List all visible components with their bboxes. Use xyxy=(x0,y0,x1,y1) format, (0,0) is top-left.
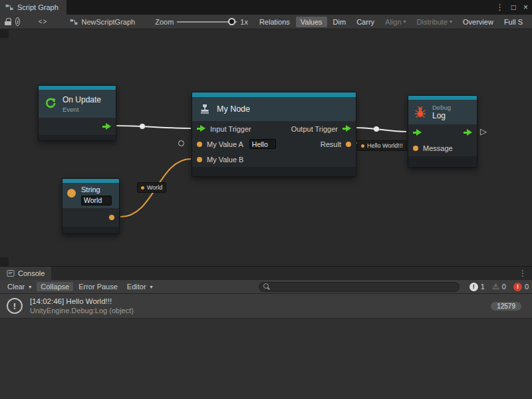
flow-wire-mynode-to-debuglog[interactable] xyxy=(356,128,406,132)
chevron-down-icon: ▾ xyxy=(150,284,153,290)
wire-dot xyxy=(374,126,379,132)
result-output-port[interactable] xyxy=(346,142,351,147)
node-body xyxy=(63,208,119,227)
trigger-output-port[interactable] xyxy=(464,129,472,136)
warning-icon xyxy=(492,283,499,291)
info-count-toggle[interactable]: 1 xyxy=(469,283,485,291)
graph-asset-icon xyxy=(70,18,78,26)
node-debug-log[interactable]: Debug Log Message xyxy=(408,95,477,168)
graph-toolbar: <> NewScriptGraph Zoom 1x Relations Valu… xyxy=(0,15,532,29)
port-label: Output Trigger xyxy=(291,125,338,133)
tab-console[interactable]: Console xyxy=(0,267,51,280)
relations-button[interactable]: Relations xyxy=(255,17,295,27)
string-value-input[interactable] xyxy=(81,196,112,205)
my-value-b-port[interactable] xyxy=(197,157,202,162)
window-menu-icon[interactable]: ⋮ xyxy=(496,3,504,12)
input-trigger-port[interactable] xyxy=(197,125,205,132)
zoom-slider-knob[interactable] xyxy=(228,18,235,25)
overview-button[interactable]: Overview xyxy=(458,17,498,27)
trigger-input-port[interactable] xyxy=(413,129,422,136)
message-input-port[interactable] xyxy=(413,146,418,151)
my-value-a-input[interactable] xyxy=(249,139,276,149)
flow-wire-onupdate-to-mynode[interactable] xyxy=(116,126,191,128)
warning-count: 0 xyxy=(502,283,506,291)
node-title: On Update xyxy=(63,95,101,104)
port-label: Input Trigger xyxy=(210,125,251,133)
distribute-button-label: Distribute xyxy=(417,18,448,26)
search-input[interactable] xyxy=(273,283,455,291)
string-output-port[interactable] xyxy=(109,215,114,220)
toolbar-buttons: Relations Values Dim Carry Align ▾ Distr… xyxy=(255,17,527,27)
node-header: On Update Event xyxy=(39,90,116,118)
node-body xyxy=(39,118,116,135)
error-count-toggle[interactable]: 0 xyxy=(513,283,529,291)
my-value-a-port[interactable] xyxy=(197,142,202,147)
maximize-icon[interactable]: □ xyxy=(511,3,516,12)
clear-button[interactable]: Clear ▾ xyxy=(3,282,35,291)
chevron-down-icon: ▾ xyxy=(450,19,452,25)
lock-icon[interactable] xyxy=(5,18,7,26)
unity-script-graph-window: Script Graph ⋮ □ × <> NewScriptGraph Zoo… xyxy=(0,0,532,399)
error-icon xyxy=(513,283,522,291)
zoom-slider[interactable] xyxy=(177,21,237,23)
tab-script-graph[interactable]: Script Graph xyxy=(0,0,66,15)
wire-dot xyxy=(140,124,145,129)
wire-value-text: World xyxy=(147,184,162,191)
log-stack-trace: UnityEngine.Debug:Log (object) xyxy=(30,307,134,315)
console-tab-bar: Console ⋮ xyxy=(0,267,532,280)
editor-button[interactable]: Editor ▾ xyxy=(123,282,157,291)
port-label: Result xyxy=(321,140,341,148)
collapse-button[interactable]: Collapse xyxy=(37,282,73,291)
carry-button[interactable]: Carry xyxy=(352,17,379,27)
string-value-dot xyxy=(141,186,144,190)
port-label: My Value B xyxy=(207,156,243,164)
zoom-control: Zoom 1x xyxy=(155,18,248,26)
info-icon[interactable] xyxy=(15,17,20,26)
output-trigger-port[interactable] xyxy=(342,125,351,132)
node-title: My Node xyxy=(217,104,250,114)
node-my-node[interactable]: My Node Input Trigger Output Trigger My … xyxy=(192,92,356,177)
node-footer xyxy=(63,227,119,233)
string-type-icon xyxy=(67,189,76,198)
console-search xyxy=(259,282,460,292)
string-value-dot xyxy=(361,144,364,148)
close-icon[interactable]: × xyxy=(523,3,528,12)
node-title: String xyxy=(81,186,112,194)
node-footer xyxy=(39,135,116,140)
dim-button[interactable]: Dim xyxy=(329,17,351,27)
info-count: 1 xyxy=(481,283,485,291)
error-pause-button[interactable]: Error Pause xyxy=(74,282,122,291)
script-graph-icon xyxy=(5,3,13,11)
unconnected-port-dot xyxy=(178,140,184,146)
unit-icon xyxy=(199,103,211,115)
wire-value-badge-world: World xyxy=(137,182,166,193)
console-icon xyxy=(7,269,15,277)
graph-canvas[interactable]: On Update Event String xyxy=(0,29,532,266)
console-log-list: [14:02:46] Hello World!!! UnityEngine.De… xyxy=(0,294,532,399)
port-row: My Value B xyxy=(192,152,356,167)
node-string[interactable]: String xyxy=(62,178,120,234)
trigger-output-port[interactable] xyxy=(102,123,111,130)
console-menu-icon[interactable]: ⋮ xyxy=(519,269,527,278)
node-body: Message xyxy=(408,124,477,156)
warning-count-toggle[interactable]: 0 xyxy=(492,283,506,291)
fullscreen-button[interactable]: Full S xyxy=(499,17,527,27)
node-on-update[interactable]: On Update Event xyxy=(38,85,116,141)
zoom-label: Zoom xyxy=(155,18,174,26)
align-button[interactable]: Align ▾ xyxy=(380,17,410,27)
console-log-entry[interactable]: [14:02:46] Hello World!!! UnityEngine.De… xyxy=(0,294,532,319)
values-button[interactable]: Values xyxy=(296,17,327,27)
port-row: Input Trigger Output Trigger xyxy=(192,121,356,136)
update-loop-icon xyxy=(44,97,57,110)
node-category: Debug xyxy=(432,104,451,111)
distribute-button[interactable]: Distribute ▾ xyxy=(412,17,457,27)
console-toolbar: Clear ▾ Collapse Error Pause Editor ▾ 1 … xyxy=(0,280,532,294)
chevron-down-icon: ▾ xyxy=(29,284,31,290)
graph-breadcrumb[interactable]: NewScriptGraph xyxy=(70,18,135,26)
port-row xyxy=(39,118,116,135)
node-header: String xyxy=(63,183,119,208)
search-icon xyxy=(263,283,270,290)
port-row: My Value A Result xyxy=(192,136,356,152)
edit-source-icon[interactable]: <> xyxy=(39,18,48,25)
console-panel: Console ⋮ Clear ▾ Collapse Error Pause E… xyxy=(0,266,532,399)
